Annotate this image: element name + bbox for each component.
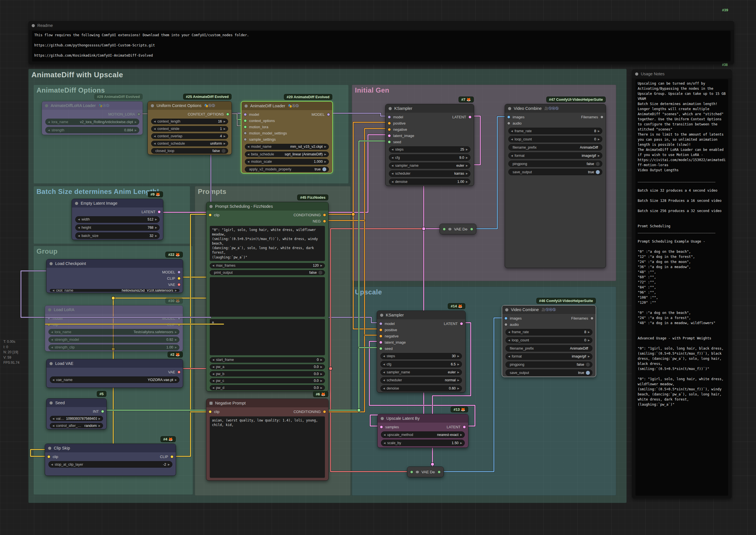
decrement-arrow[interactable]: ◀ bbox=[383, 355, 385, 357]
widget-value[interactable]: ◀value1099393787569401▶ bbox=[50, 416, 103, 421]
output-port-LATENT[interactable] bbox=[460, 322, 463, 325]
increment-arrow[interactable]: ▶ bbox=[466, 148, 468, 151]
widget-model_name[interactable]: ◀model_namemm_sd_v15_v2.ckpt▶ bbox=[245, 144, 329, 150]
collapse-toggle[interactable] bbox=[389, 107, 392, 110]
decrement-arrow[interactable]: ◀ bbox=[52, 379, 54, 381]
decrement-arrow[interactable]: ◀ bbox=[212, 386, 214, 389]
widget-filename_prefix[interactable]: filename_prefixAnimateDiff bbox=[508, 144, 602, 151]
output-dot[interactable] bbox=[470, 228, 473, 231]
decrement-arrow[interactable]: ◀ bbox=[51, 346, 53, 349]
widget-steps[interactable]: ◀steps30▶ bbox=[380, 353, 462, 359]
comfyui-graph-canvas[interactable]: #39 #38 T: 0.00s I: 0 N: 20 [19] V: 59 F… bbox=[0, 0, 756, 535]
widget-denoise[interactable]: ◀denoise1.00▶ bbox=[389, 179, 470, 185]
decrement-arrow[interactable]: ◀ bbox=[154, 142, 156, 145]
widget-context_schedule[interactable]: ◀context_scheduleuniform▶ bbox=[151, 141, 228, 146]
increment-arrow[interactable]: ▶ bbox=[224, 120, 226, 123]
node-usage-notes[interactable]: Usage NotesUpscaling can be turned on/of… bbox=[632, 70, 732, 499]
input-port-seed[interactable] bbox=[379, 347, 382, 350]
increment-arrow[interactable]: ▶ bbox=[155, 234, 157, 237]
output-port-MODEL[interactable] bbox=[178, 317, 181, 320]
decrement-arrow[interactable]: ◀ bbox=[247, 145, 249, 148]
output-port-LATENT[interactable] bbox=[468, 116, 471, 119]
widget-frame_rate[interactable]: ◀frame_rate8▶ bbox=[508, 128, 602, 134]
collapse-toggle[interactable] bbox=[210, 205, 212, 208]
input-port-images[interactable] bbox=[507, 116, 510, 119]
input-port-context_options[interactable] bbox=[244, 119, 247, 122]
node-vae-decode-initial[interactable]: VAE Decode bbox=[439, 224, 476, 234]
increment-arrow[interactable]: ▶ bbox=[155, 218, 157, 221]
input-port-positive[interactable] bbox=[388, 122, 391, 125]
widget-save_output[interactable]: save_outputtrue bbox=[508, 169, 602, 175]
input-port-motion_model_settings[interactable] bbox=[244, 132, 247, 135]
increment-arrow[interactable]: ▶ bbox=[135, 121, 137, 124]
decrement-arrow[interactable]: ◀ bbox=[52, 289, 54, 292]
widget-strength_model[interactable]: ◀strength_model0.92▶ bbox=[48, 337, 180, 343]
increment-arrow[interactable]: ▶ bbox=[588, 339, 590, 342]
decrement-arrow[interactable]: ◀ bbox=[51, 338, 53, 341]
toggle-dot[interactable] bbox=[596, 162, 600, 166]
output-port-LATENT[interactable] bbox=[158, 210, 161, 213]
toggle-dot[interactable] bbox=[586, 363, 590, 367]
collapse-toggle[interactable] bbox=[75, 202, 78, 205]
node-vae-decode-upscale[interactable]: VAE Decode bbox=[407, 466, 444, 477]
widget-motion_scale[interactable]: ◀motion_scale1.000▶ bbox=[245, 159, 329, 165]
increment-arrow[interactable]: ▶ bbox=[321, 379, 322, 382]
increment-arrow[interactable]: ▶ bbox=[155, 226, 157, 229]
decrement-arrow[interactable]: ◀ bbox=[52, 424, 54, 427]
input-dot[interactable] bbox=[443, 228, 446, 231]
widget-ckpt_name[interactable]: ◀ckpt_namehelloyoung25d_V10f.safetensors… bbox=[50, 289, 180, 292]
collapse-toggle[interactable] bbox=[49, 362, 53, 365]
increment-arrow[interactable]: ▶ bbox=[458, 379, 460, 381]
input-port-clip[interactable] bbox=[209, 410, 212, 413]
toggle-dot[interactable] bbox=[586, 371, 590, 375]
node-video-combine-initial[interactable]: #47 ComfyUI-VideoHelperSuiteVideo Combin… bbox=[505, 104, 606, 268]
decrement-arrow[interactable]: ◀ bbox=[383, 441, 385, 444]
widget-sampler_name[interactable]: ◀sampler_nameeuler▶ bbox=[380, 369, 462, 375]
widget-max_frames[interactable]: ◀max_frames120▶ bbox=[210, 263, 325, 268]
input-port-model[interactable] bbox=[388, 116, 391, 119]
increment-arrow[interactable]: ▶ bbox=[224, 135, 226, 138]
widget-scheduler[interactable]: ◀schedulerkarras▶ bbox=[389, 170, 470, 177]
collapse-toggle[interactable] bbox=[49, 262, 53, 265]
increment-arrow[interactable]: ▶ bbox=[175, 338, 177, 341]
input-port-clip[interactable] bbox=[47, 455, 50, 458]
collapse-toggle[interactable] bbox=[505, 308, 508, 311]
widget-pw_d[interactable]: ◀pw_d0.0▶ bbox=[210, 385, 325, 390]
decrement-arrow[interactable]: ◀ bbox=[247, 160, 249, 163]
input-port-positive[interactable] bbox=[379, 328, 382, 331]
increment-arrow[interactable]: ▶ bbox=[321, 386, 322, 389]
widget-context_stride[interactable]: ◀context_stride1▶ bbox=[151, 126, 228, 132]
widget-lora_name[interactable]: ◀lora_nameTests\allylora.safetensors▶ bbox=[48, 329, 180, 335]
collapse-toggle[interactable] bbox=[32, 24, 35, 27]
increment-arrow[interactable]: ▶ bbox=[324, 145, 326, 148]
increment-arrow[interactable]: ▶ bbox=[321, 264, 322, 267]
increment-arrow[interactable]: ▶ bbox=[324, 153, 326, 156]
input-port-motion_lora[interactable] bbox=[244, 126, 247, 128]
widget-width[interactable]: ◀width512▶ bbox=[75, 216, 160, 223]
widget-print_output[interactable]: print_outputfalse bbox=[210, 270, 325, 275]
decrement-arrow[interactable]: ◀ bbox=[51, 331, 53, 333]
decrement-arrow[interactable]: ◀ bbox=[383, 371, 385, 374]
widget-cfg[interactable]: ◀cfg9.0▶ bbox=[389, 154, 470, 160]
increment-arrow[interactable]: ▶ bbox=[466, 164, 468, 167]
node-clip-skip[interactable]: #4 🦊Clip SkipclipCLIP◀stop_at_clip_layer… bbox=[45, 443, 176, 476]
decrement-arrow[interactable]: ◀ bbox=[391, 148, 393, 151]
increment-arrow[interactable]: ▶ bbox=[458, 371, 460, 374]
widget-format[interactable]: ◀formatimage/gif▶ bbox=[506, 353, 592, 360]
output-port-Filenames[interactable] bbox=[600, 116, 603, 119]
node-readme[interactable]: ReadmeThis flow requires the following C… bbox=[28, 21, 734, 65]
widget-filename_prefix[interactable]: filename_prefixAnimateDiff bbox=[506, 345, 592, 352]
output-dot[interactable] bbox=[437, 470, 441, 474]
node-load-vae[interactable]: #2 🦊Load VAEVAE◀vae_nameYOZORA.vae.pt▶ bbox=[46, 359, 183, 388]
decrement-arrow[interactable]: ◀ bbox=[391, 164, 393, 167]
decrement-arrow[interactable]: ◀ bbox=[154, 135, 156, 138]
increment-arrow[interactable]: ▶ bbox=[175, 346, 177, 349]
widget-pingpong[interactable]: pingpongfalse bbox=[506, 361, 592, 368]
decrement-arrow[interactable]: ◀ bbox=[52, 417, 54, 420]
widget-denoise[interactable]: ◀denoise0.60▶ bbox=[380, 385, 462, 391]
widget-pw_a[interactable]: ◀pw_a0.0▶ bbox=[210, 364, 325, 370]
increment-arrow[interactable]: ▶ bbox=[588, 355, 590, 358]
input-port-audio[interactable] bbox=[507, 122, 510, 125]
output-port-CONDITIONING[interactable] bbox=[323, 213, 326, 216]
node-prompt-scheduling[interactable]: #45 FizzNodesPrompt Scheduling - FizzNod… bbox=[206, 202, 329, 391]
